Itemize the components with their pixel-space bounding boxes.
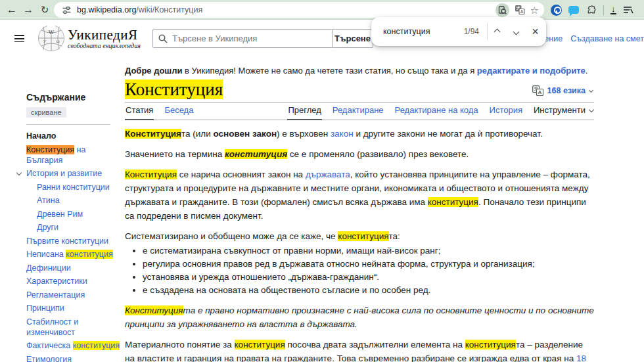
toc-list: Начало Конституция на България История и… xyxy=(26,131,124,362)
find-in-page-icon[interactable] xyxy=(495,3,509,17)
download-icon[interactable]: ↓ xyxy=(610,5,616,14)
toc-item[interactable]: Регламентация xyxy=(26,290,124,300)
toc-item-label: Други xyxy=(37,223,58,232)
bookmark-star-icon[interactable]: ☆ xyxy=(530,5,539,15)
password-manager-extension-icon[interactable] xyxy=(551,5,562,16)
svg-text:Ω: Ω xyxy=(56,39,59,44)
wiki-title: УикипедиЯ xyxy=(68,28,141,42)
find-highlight: конституция xyxy=(428,197,478,207)
toc-item[interactable]: Стабилност и изменчивост xyxy=(26,317,124,338)
toc-hide-button[interactable]: скриване xyxy=(26,107,66,118)
toc-item-label: Първите конституции xyxy=(26,237,108,246)
text-link[interactable]: Фактическа xyxy=(26,341,73,350)
find-query-input[interactable]: конституция xyxy=(383,27,430,36)
toc-item[interactable]: Неписана конституция xyxy=(26,249,124,260)
toc-item[interactable]: Начало xyxy=(26,131,124,141)
toc-item[interactable]: Първите конституции xyxy=(26,236,124,246)
toc-item[interactable]: История и развитие xyxy=(26,168,124,179)
toc-item-label: Атина xyxy=(37,196,60,205)
article-tab[interactable]: История xyxy=(489,105,523,120)
text-link[interactable]: Неписана xyxy=(26,250,66,259)
toc-item-label: Етимология xyxy=(26,355,72,362)
text-run: Добре дошли xyxy=(125,66,182,76)
language-selector-button[interactable]: A 168 езика xyxy=(532,85,593,96)
article-tab[interactable]: Редактиране xyxy=(332,105,384,120)
find-highlight: конституция xyxy=(338,231,388,241)
text-link[interactable]: редактирате и подобрите xyxy=(477,66,586,76)
address-bar[interactable]: bg.wikipedia.org/wiki/Конституция A ☆ xyxy=(54,2,544,18)
text-link[interactable]: Атина xyxy=(37,196,60,205)
find-close-button[interactable]: × xyxy=(526,19,545,44)
wiki-wordmark[interactable]: УикипедиЯ свободната енциклопедия xyxy=(68,28,141,49)
toc-item-label: Характеристики xyxy=(26,277,87,286)
text-link[interactable]: конституция xyxy=(66,250,112,259)
list-item: е създадена на основата на общественото … xyxy=(143,284,594,297)
article-tab[interactable]: Преглед xyxy=(287,105,321,120)
find-previous-button[interactable] xyxy=(488,19,507,44)
search-button[interactable]: Търсене xyxy=(333,29,373,48)
menu-icon[interactable] xyxy=(14,35,24,45)
text-link[interactable]: закон xyxy=(331,129,354,139)
text-run: . xyxy=(586,66,588,76)
reload-icon[interactable]: ↻ xyxy=(37,1,53,18)
text-link[interactable]: Регламентация xyxy=(26,290,85,300)
text-link[interactable]: Етимология xyxy=(26,355,72,362)
list-item: установява и урежда отношението „държава… xyxy=(143,271,594,284)
find-match-count: 1/94 xyxy=(464,27,487,36)
toc-item[interactable]: Конституция на България xyxy=(26,145,124,166)
article-tab[interactable]: Статия xyxy=(125,105,154,120)
toc-item[interactable]: Дефиниции xyxy=(26,263,124,273)
toc-item[interactable]: Ранни конституции xyxy=(26,182,124,192)
article-title: Конституция xyxy=(125,79,223,99)
toc-item[interactable]: Древен Рим xyxy=(26,209,124,219)
text-run: посочва двата задължителни елемента на xyxy=(285,340,465,350)
back-icon[interactable]: ← xyxy=(4,1,20,18)
site-info-icon[interactable] xyxy=(62,5,72,15)
welcome-banner: Добре дошли в Уикипедия! Можете не само … xyxy=(125,66,594,76)
toc-item[interactable]: Характеристики xyxy=(26,276,124,286)
text-run: в Уикипедия! Можете не само да четете та… xyxy=(182,66,476,76)
text-run: регулира основния правов ред в държавата… xyxy=(143,259,535,269)
extensions-puzzle-icon[interactable] xyxy=(586,5,597,16)
toc-item-label: Начало xyxy=(26,131,56,141)
text-link[interactable]: Принципи xyxy=(26,304,64,313)
forward-icon[interactable]: → xyxy=(20,1,36,18)
toc-item[interactable]: Атина xyxy=(26,195,124,206)
toc-item[interactable]: Други xyxy=(26,222,124,233)
translate-icon[interactable]: A xyxy=(515,5,525,15)
wiki-tagline: свободната енциклопедия xyxy=(68,42,141,49)
text-link[interactable]: Първите конституции xyxy=(26,237,108,246)
toc-item[interactable]: Фактическа конституция xyxy=(26,340,124,351)
text-link[interactable]: Дефиниции xyxy=(26,263,71,273)
list-item: е систематизирана съвкупност от правни н… xyxy=(143,244,594,258)
tabs-left: СтатияБеседа xyxy=(125,105,204,120)
article-tabs: СтатияБеседа ПрегледРедактиранеРедактира… xyxy=(125,102,594,120)
toc-item-label: История и развитие xyxy=(26,169,102,178)
text-link[interactable]: Древен Рим xyxy=(37,210,83,219)
chat-extension-icon[interactable] xyxy=(568,6,579,14)
account-link[interactable]: Създаване на сметка xyxy=(570,34,644,43)
svg-text:W: W xyxy=(49,29,55,35)
text-link[interactable]: конституция xyxy=(73,341,120,350)
toc-item[interactable]: Етимология xyxy=(26,354,124,362)
extensions-area: ↓ xyxy=(551,1,633,18)
paragraph: Материалното понятие за конституция посо… xyxy=(125,338,594,362)
article-body: Конституцията (или основен закон) е върх… xyxy=(125,127,594,362)
search-box[interactable] xyxy=(152,29,333,48)
text-link[interactable]: История и развитие xyxy=(26,169,102,178)
text-link[interactable]: Стабилност и изменчивост xyxy=(26,317,78,337)
language-icon: A xyxy=(532,85,543,96)
article-tab[interactable]: Редактиране на кода xyxy=(394,105,479,120)
article-tab[interactable]: Беседа xyxy=(164,105,194,120)
find-next-button[interactable] xyxy=(507,19,526,44)
article-tab[interactable]: Инструменти xyxy=(533,105,594,120)
text-link[interactable]: Характеристики xyxy=(26,277,87,286)
toc-item[interactable]: Принципи xyxy=(26,303,124,313)
text-link[interactable]: Ранни конституции xyxy=(37,183,110,192)
wikipedia-logo[interactable]: W У Ω xyxy=(37,24,65,52)
text-link[interactable]: Други xyxy=(37,223,58,232)
paragraph: Конституцията (или основен закон) е върх… xyxy=(125,127,594,141)
playlist-icon[interactable] xyxy=(623,5,633,14)
search-input[interactable] xyxy=(172,34,327,43)
text-link[interactable]: държавата xyxy=(306,170,350,179)
